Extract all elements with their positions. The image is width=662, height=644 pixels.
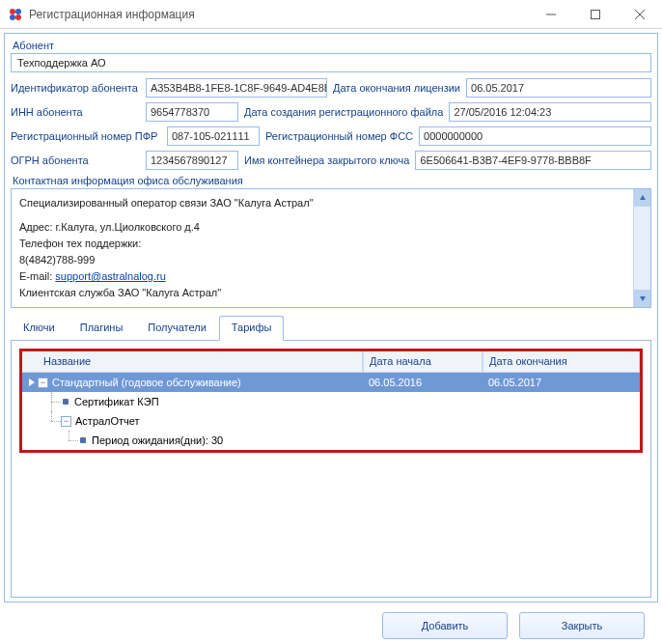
column-name[interactable]: Название — [22, 351, 363, 372]
scroll-down-icon[interactable] — [634, 290, 650, 307]
contact-info-box: Специализированный оператор связи ЗАО "К… — [11, 188, 651, 308]
tab-keys[interactable]: Ключи — [11, 316, 68, 340]
fss-field[interactable]: 0000000000 — [419, 126, 651, 146]
svg-point-3 — [15, 14, 21, 20]
tab-bar: Ключи Плагины Получатели Тарифы — [11, 316, 651, 341]
inn-field[interactable]: 9654778370 — [146, 102, 238, 122]
inn-label: ИНН абонента — [11, 106, 140, 118]
license-end-field[interactable]: 06.05.2017 — [466, 78, 651, 98]
column-end[interactable]: Дата окончания — [483, 351, 640, 372]
tab-plugins[interactable]: Плагины — [68, 316, 136, 340]
tree-connector-icon — [61, 431, 78, 450]
subscriber-label: Абонент — [13, 40, 649, 51]
tariffs-highlight-frame: Название Дата начала Дата окончания − Ст… — [19, 349, 643, 453]
pfr-field[interactable]: 087-105-021111 — [167, 126, 260, 146]
leaf-icon — [80, 437, 86, 443]
svg-rect-5 — [592, 10, 600, 18]
column-start[interactable]: Дата начала — [363, 351, 483, 372]
tariff-row-cert[interactable]: Сертификат КЭП — [22, 392, 640, 411]
current-row-caret-icon — [26, 378, 38, 386]
svg-marker-9 — [640, 296, 646, 301]
contact-label: Контактная информация офиса обслуживания — [13, 175, 649, 186]
close-window-button[interactable] — [618, 0, 662, 28]
tariff-row-standard[interactable]: − Стандартный (годовое обслуживание) 06.… — [22, 373, 640, 392]
container-label: Имя контейнера закрытого ключа — [244, 154, 409, 166]
tariff-row-astral[interactable]: − АстралОтчет — [22, 411, 640, 431]
contact-line-phone: 8(4842)788-999 — [19, 252, 625, 268]
contact-scrollbar[interactable] — [633, 189, 650, 307]
regfile-field[interactable]: 27/05/2016 12:04:23 — [449, 102, 651, 122]
id-field[interactable]: A353B4B8-1FE8-1C8F-9649-AD4E8B — [146, 78, 327, 98]
tree-connector-icon — [43, 411, 61, 431]
contact-line-service: Клиентская служба ЗАО "Калуга Астрал" — [19, 285, 625, 301]
grid-header: Название Дата начала Дата окончания — [22, 351, 640, 373]
fss-label: Регистрационный номер ФСС — [265, 130, 413, 142]
id-label: Идентификатор абонента — [11, 82, 140, 94]
expand-toggle[interactable]: − — [61, 416, 71, 427]
tree-connector-icon — [43, 392, 61, 411]
row-label: Сертификат КЭП — [74, 396, 159, 407]
maximize-button[interactable] — [573, 0, 618, 28]
contact-line-address: Адрес: г.Калуга, ул.Циолковского д.4 — [19, 219, 625, 236]
contact-email-prefix: E-mail: — [19, 270, 55, 282]
container-field[interactable]: 6E506641-B3B7-4EF9-9778-BBB8F — [415, 151, 651, 170]
tab-tariffs[interactable]: Тарифы — [219, 316, 285, 341]
minimize-button[interactable] — [529, 0, 573, 28]
app-icon — [8, 7, 23, 22]
row-label: Стандартный (годовое обслуживание) — [52, 377, 241, 388]
svg-marker-10 — [29, 378, 35, 386]
svg-marker-8 — [640, 195, 646, 200]
tab-recipients[interactable]: Получатели — [135, 316, 219, 340]
row-label: АстралОтчет — [75, 415, 140, 427]
regfile-label: Дата создания регистрационного файла — [244, 106, 443, 118]
row-label: Период ожидания(дни): 30 — [92, 434, 223, 446]
contact-line-phone-label: Телефон тех поддержки: — [19, 236, 625, 252]
svg-point-2 — [10, 14, 15, 20]
contact-line-operator: Специализированный оператор связи ЗАО "К… — [19, 195, 625, 211]
row-start: 06.05.2016 — [363, 377, 483, 388]
window-title: Регистрационная информация — [29, 8, 529, 21]
ogrn-label: ОГРН абонента — [11, 154, 140, 166]
pfr-label: Регистрационный номер ПФР — [11, 130, 161, 142]
expand-toggle[interactable]: − — [38, 378, 48, 388]
subscriber-value: Техподдержка АО — [11, 53, 651, 72]
contact-email-link[interactable]: support@astralnalog.ru — [55, 270, 166, 282]
leaf-icon — [63, 399, 69, 405]
close-button[interactable]: Закрыть — [519, 612, 645, 639]
tariffs-panel: Название Дата начала Дата окончания − Ст… — [11, 341, 651, 598]
ogrn-field[interactable]: 1234567890127 — [146, 151, 238, 170]
row-end: 06.05.2017 — [483, 377, 640, 388]
add-button[interactable]: Добавить — [382, 612, 508, 639]
svg-point-0 — [10, 9, 15, 14]
tariff-row-period[interactable]: Период ожидания(дни): 30 — [22, 431, 640, 450]
license-end-label: Дата окончания лицензии — [333, 82, 460, 94]
scroll-up-icon[interactable] — [634, 189, 650, 207]
svg-point-1 — [15, 9, 21, 14]
